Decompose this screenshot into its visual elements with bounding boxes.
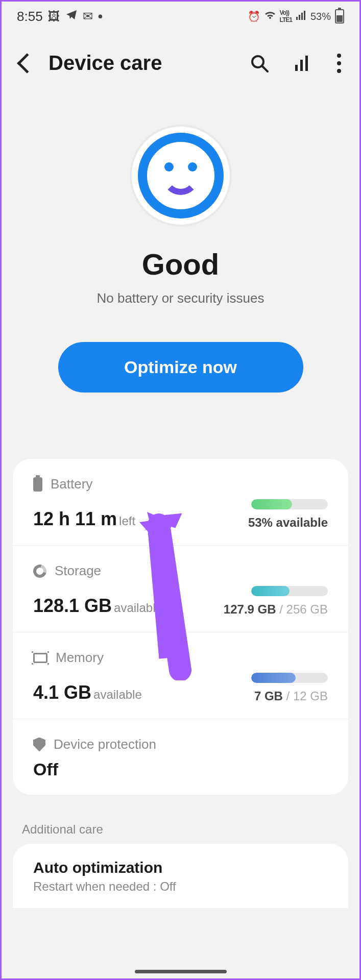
storage-bar <box>251 586 328 596</box>
image-icon: 🖼 <box>48 9 60 23</box>
shield-icon <box>33 738 45 752</box>
status-card: Battery 12 h 11 mleft 53% available Stor… <box>13 459 348 795</box>
svg-line-5 <box>262 66 268 71</box>
memory-usage: 7 GB / 12 GB <box>251 689 328 703</box>
hero-status-text: Good <box>17 247 344 281</box>
auto-optimization-title: Auto optimization <box>33 859 328 876</box>
battery-available: 53% available <box>248 516 328 530</box>
storage-value: 128.1 GBavailable <box>33 595 162 617</box>
memory-bar <box>251 673 328 683</box>
back-icon[interactable] <box>17 53 37 74</box>
hero-section: Good No battery or security issues Optim… <box>2 89 359 413</box>
svg-rect-1 <box>299 15 300 20</box>
battery-icon <box>335 9 344 23</box>
protection-row[interactable]: Device protection Off <box>13 719 348 795</box>
clock-text: 8:55 <box>17 9 43 24</box>
battery-value: 12 h 11 mleft <box>33 508 135 530</box>
chart-icon[interactable] <box>294 55 311 72</box>
memory-row[interactable]: Memory 4.1 GBavailable 7 GB / 12 GB <box>13 632 348 719</box>
nav-handle[interactable] <box>135 970 227 973</box>
hero-subtitle: No battery or security issues <box>17 290 344 306</box>
header-left: Device care <box>20 52 162 75</box>
optimize-button[interactable]: Optimize now <box>58 342 303 393</box>
header-actions <box>250 54 341 73</box>
more-icon[interactable] <box>337 54 341 73</box>
wifi-icon <box>264 11 276 22</box>
svg-rect-7 <box>300 60 303 71</box>
status-right: ⏰ Vo))LTE1 53% <box>248 9 344 23</box>
memory-value: 4.1 GBavailable <box>33 682 142 703</box>
volte-icon: Vo))LTE1 <box>280 9 292 23</box>
smiley-icon <box>138 133 224 218</box>
status-bar: 8:55 🖼 ✉ • ⏰ Vo))LTE1 53% <box>2 2 359 31</box>
protection-label: Device protection <box>54 737 156 752</box>
svg-rect-0 <box>296 17 298 20</box>
alarm-icon: ⏰ <box>248 10 260 22</box>
memory-row-icon <box>33 653 47 663</box>
protection-value: Off <box>33 760 328 779</box>
svg-rect-8 <box>305 56 308 71</box>
storage-usage: 127.9 GB / 256 GB <box>224 602 328 617</box>
svg-rect-3 <box>304 11 305 20</box>
svg-rect-2 <box>301 13 303 20</box>
battery-percent-text: 53% <box>310 11 331 22</box>
search-icon[interactable] <box>250 54 269 72</box>
app-header: Device care <box>2 31 359 89</box>
svg-rect-6 <box>295 65 298 71</box>
battery-bar <box>251 499 328 509</box>
memory-label: Memory <box>56 650 104 666</box>
storage-row[interactable]: Storage 128.1 GBavailable 127.9 GB / 256… <box>13 546 348 632</box>
storage-row-icon <box>31 562 49 580</box>
additional-care-header: Additional care <box>2 807 359 844</box>
telegram-icon <box>65 9 78 24</box>
signal-icon <box>296 11 306 22</box>
auto-optimization-row[interactable]: Auto optimization Restart when needed : … <box>13 844 348 908</box>
battery-row-icon <box>33 477 42 492</box>
battery-label: Battery <box>51 476 92 492</box>
auto-optimization-subtitle: Restart when needed : Off <box>33 879 328 894</box>
storage-label: Storage <box>55 563 101 579</box>
mail-icon: ✉ <box>83 9 93 23</box>
status-left: 8:55 🖼 ✉ • <box>17 9 103 24</box>
page-title: Device care <box>49 52 162 75</box>
battery-row[interactable]: Battery 12 h 11 mleft 53% available <box>13 459 348 546</box>
status-illustration <box>130 125 232 227</box>
